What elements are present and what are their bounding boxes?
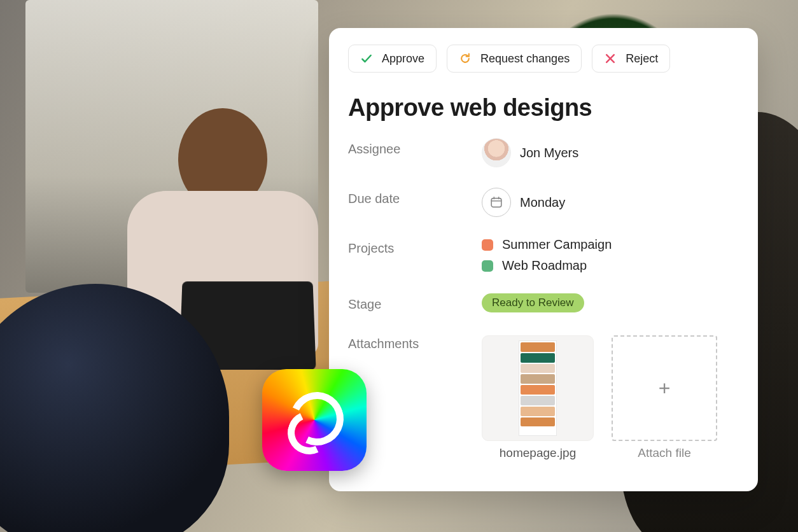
stage-value[interactable]: Ready to Review (482, 293, 739, 312)
project-item[interactable]: Web Roadmap (482, 258, 739, 273)
calendar-icon (482, 188, 511, 217)
adobe-creative-cloud-icon (262, 369, 367, 471)
assignee-value[interactable]: Jon Myers (482, 138, 739, 167)
loop-icon (459, 52, 472, 65)
task-detail-card: Approve Request changes Reject Approve w… (329, 28, 758, 491)
project-name: Web Roadmap (502, 258, 587, 273)
avatar (482, 138, 511, 167)
task-title: Approve web designs (348, 94, 739, 122)
assignee-name: Jon Myers (520, 146, 578, 160)
project-color-dot (482, 260, 493, 272)
approve-button[interactable]: Approve (348, 45, 437, 73)
check-icon (360, 52, 373, 65)
due-date-value[interactable]: Monday (482, 188, 739, 217)
attachment-thumbnail (482, 335, 594, 441)
attach-file-button[interactable]: + Attach file (612, 335, 717, 460)
assignee-label: Assignee (348, 138, 482, 157)
stage-pill: Ready to Review (482, 293, 584, 312)
project-color-dot (482, 239, 493, 251)
stage-label: Stage (348, 293, 482, 312)
projects-list: Summer Campaign Web Roadmap (482, 237, 739, 273)
action-bar: Approve Request changes Reject (348, 45, 739, 73)
attachments-label: Attachments (348, 333, 482, 351)
due-date-label: Due date (348, 188, 482, 206)
project-name: Summer Campaign (502, 237, 612, 252)
reject-label: Reject (626, 52, 658, 66)
x-icon (604, 52, 617, 65)
plus-icon: + (659, 377, 671, 400)
projects-label: Projects (348, 237, 482, 256)
approve-label: Approve (382, 52, 424, 66)
task-fields: Assignee Jon Myers Due date Monday Proje… (348, 138, 739, 460)
attach-file-label: Attach file (638, 446, 690, 460)
attachments-row: homepage.jpg + Attach file (482, 333, 739, 460)
add-attachment-dropzone[interactable]: + (612, 335, 717, 441)
svg-rect-2 (491, 199, 501, 207)
request-changes-button[interactable]: Request changes (447, 45, 582, 73)
attachment-item[interactable]: homepage.jpg (482, 335, 594, 460)
request-changes-label: Request changes (480, 52, 570, 66)
project-item[interactable]: Summer Campaign (482, 237, 739, 252)
attachment-name: homepage.jpg (500, 446, 576, 460)
due-date-text: Monday (520, 195, 565, 210)
reject-button[interactable]: Reject (592, 45, 670, 73)
